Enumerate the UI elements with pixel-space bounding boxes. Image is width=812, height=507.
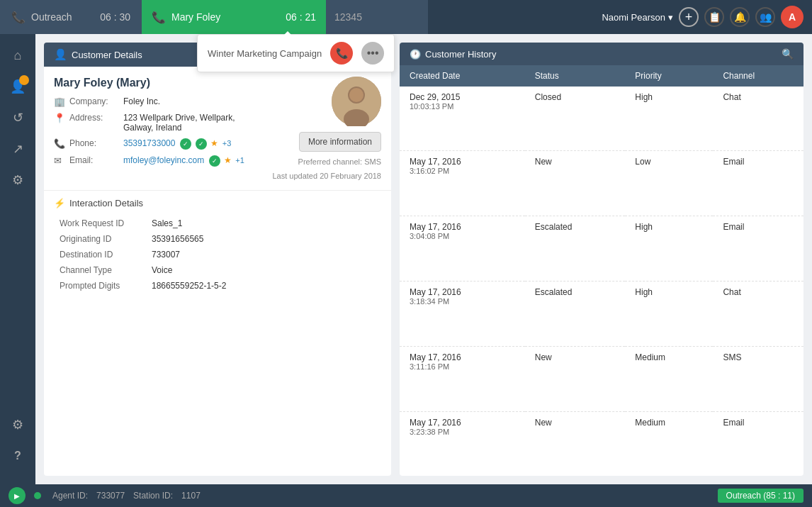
history-date: May 17, 20163:23:38 PM bbox=[400, 411, 525, 476]
outreach-timer: 06 : 30 bbox=[100, 11, 130, 23]
history-panel: 🕐 Customer History 🔍 Created DateStatusP… bbox=[400, 43, 803, 476]
end-call-button[interactable]: 📞 bbox=[330, 42, 353, 65]
history-row: May 17, 20163:18:34 PM Escalated High Ch… bbox=[400, 281, 803, 346]
interaction-value: Voice bbox=[146, 262, 381, 278]
status-dot bbox=[34, 492, 41, 499]
history-date: May 17, 20163:11:16 PM bbox=[400, 346, 525, 411]
history-channel: Email bbox=[713, 411, 803, 476]
active-call-name: Mary Foley bbox=[171, 11, 220, 23]
history-status: New bbox=[525, 411, 626, 476]
sidebar-item-help[interactable]: ? bbox=[4, 442, 32, 470]
history-date: May 17, 20163:18:34 PM bbox=[400, 281, 525, 346]
status-bar: ▶ Agent ID: 733077 Station ID: 1107 Outr… bbox=[0, 484, 812, 507]
interaction-row: Originating ID35391656565 bbox=[54, 231, 381, 247]
email-plus-count: +1 bbox=[235, 156, 244, 165]
address-value: 123 Wellpark Drive, Wellpark, Galway, Ir… bbox=[123, 113, 264, 133]
content: 👤 Customer Details Mary Foley (Mary) 🏢 C… bbox=[35, 34, 812, 484]
history-search-area: 🔍 bbox=[782, 48, 794, 60]
history-row: May 17, 20163:04:08 PM Escalated High Em… bbox=[400, 216, 803, 282]
sidebar: ⌂ 👤 ↺ ↗ ⚙ ⚙ ? bbox=[0, 34, 35, 484]
notes-button[interactable]: 📋 bbox=[704, 7, 724, 27]
phone-icon: 📞 bbox=[11, 11, 26, 24]
interaction-title: Interaction Details bbox=[69, 198, 143, 208]
email-row: ✉ Email: mfoley@foleyinc.com ✓ ★ +1 bbox=[54, 155, 264, 167]
sidebar-item-refresh[interactable]: ↺ bbox=[4, 104, 32, 132]
user-name: Naomi Pearson bbox=[602, 12, 665, 23]
interaction-table: Work Request IDSales_1Originating ID3539… bbox=[54, 216, 381, 294]
history-priority: High bbox=[625, 216, 713, 282]
customer-avatar bbox=[332, 77, 381, 126]
sidebar-item-agent[interactable]: 👤 bbox=[4, 72, 32, 101]
notifications-button[interactable]: 🔔 bbox=[730, 7, 750, 27]
history-status: New bbox=[525, 346, 626, 411]
popup-triangle bbox=[282, 31, 293, 37]
interaction-label: Work Request ID bbox=[54, 216, 146, 231]
history-channel: Chat bbox=[713, 281, 803, 346]
more-info-button[interactable]: More information bbox=[299, 132, 381, 152]
station-id-value: 1107 bbox=[181, 491, 201, 501]
chevron-down-icon: ▾ bbox=[668, 12, 673, 23]
interaction-label: Channel Type bbox=[54, 262, 146, 278]
play-button[interactable]: ▶ bbox=[9, 487, 26, 504]
history-column-header: Status bbox=[525, 65, 626, 87]
preferred-channel: Preferred channel: SMS bbox=[298, 157, 381, 166]
active-call-phone-icon: 📞 bbox=[152, 11, 166, 24]
phone-verified-icon: ✓ bbox=[180, 138, 191, 150]
top-bar: 📞 Outreach 06 : 30 📞 Mary Foley 06 : 21 … bbox=[0, 0, 812, 34]
history-status: Escalated bbox=[525, 216, 626, 282]
history-channel: SMS bbox=[713, 346, 803, 411]
interaction-section: ⚡ Interaction Details Work Request IDSal… bbox=[44, 191, 391, 476]
history-date: May 17, 20163:04:08 PM bbox=[400, 216, 525, 282]
sidebar-item-home[interactable]: ⌂ bbox=[4, 41, 32, 69]
interaction-row: Work Request IDSales_1 bbox=[54, 216, 381, 231]
history-search-icon[interactable]: 🔍 bbox=[782, 48, 794, 60]
sidebar-bottom: ⚙ ? bbox=[4, 411, 32, 477]
history-status: Escalated bbox=[525, 281, 626, 346]
interaction-value: 18665559252-1-5-2 bbox=[146, 278, 381, 294]
dial-input[interactable] bbox=[334, 11, 419, 23]
history-date: Dec 29, 201510:03:13 PM bbox=[400, 87, 525, 151]
user-menu[interactable]: Naomi Pearson ▾ bbox=[602, 12, 673, 23]
user-avatar-button[interactable]: A bbox=[781, 6, 803, 28]
phone-star-icon: ★ bbox=[210, 138, 218, 148]
history-column-header: Created Date bbox=[400, 65, 525, 87]
campaign-name: Winter Marketing Campaign bbox=[208, 48, 322, 59]
customer-name: Mary Foley (Mary) bbox=[54, 77, 264, 89]
customer-icon: 👤 bbox=[54, 48, 67, 61]
history-date: May 17, 20163:16:02 PM bbox=[400, 151, 525, 216]
last-updated: Last updated 20 February 2018 bbox=[272, 172, 381, 180]
email-icon: ✉ bbox=[54, 155, 65, 166]
station-id-label: Station ID: bbox=[133, 491, 173, 501]
address-icon: 📍 bbox=[54, 113, 65, 123]
phone-value[interactable]: 35391733000 ✓ ✓ ★ +3 bbox=[123, 138, 264, 150]
contacts-button[interactable]: 👥 bbox=[755, 7, 775, 27]
sidebar-item-tasks[interactable]: ⚙ bbox=[4, 166, 32, 194]
company-icon: 🏢 bbox=[54, 96, 65, 107]
more-options-button[interactable]: ••• bbox=[361, 42, 384, 65]
outreach-tab[interactable]: 📞 Outreach 06 : 30 bbox=[0, 0, 142, 34]
customer-panel-title: Customer Details bbox=[72, 50, 142, 60]
interaction-section-header: ⚡ Interaction Details bbox=[54, 198, 381, 208]
history-channel: Chat bbox=[713, 87, 803, 151]
email-value[interactable]: mfoley@foleyinc.com ✓ ★ +1 bbox=[123, 155, 264, 167]
company-label: Company: bbox=[69, 96, 119, 106]
phone-row: 📞 Phone: 35391733000 ✓ ✓ ★ +3 bbox=[54, 138, 264, 150]
agent-id-value: 733077 bbox=[96, 491, 125, 501]
company-value: Foley Inc. bbox=[123, 96, 264, 106]
phone-plus-count: +3 bbox=[222, 139, 232, 147]
history-column-header: Priority bbox=[625, 65, 713, 87]
interaction-value: Sales_1 bbox=[146, 216, 381, 231]
sidebar-item-export[interactable]: ↗ bbox=[4, 135, 32, 163]
history-column-header: Channel bbox=[713, 65, 803, 87]
customer-avatar-section: More information Preferred channel: SMS … bbox=[272, 77, 381, 180]
customer-panel: 👤 Customer Details Mary Foley (Mary) 🏢 C… bbox=[44, 43, 391, 476]
sidebar-item-settings[interactable]: ⚙ bbox=[4, 411, 32, 439]
outreach-status: Outreach (85 : 11) bbox=[718, 489, 803, 503]
interaction-label: Originating ID bbox=[54, 231, 146, 247]
history-priority: Medium bbox=[625, 346, 713, 411]
avatar-image bbox=[332, 77, 381, 126]
active-call-tab[interactable]: 📞 Mary Foley 06 : 21 bbox=[142, 0, 326, 34]
history-status: New bbox=[525, 151, 626, 216]
history-row: May 17, 20163:23:38 PM New Medium Email bbox=[400, 411, 803, 476]
add-button[interactable]: + bbox=[679, 7, 699, 27]
